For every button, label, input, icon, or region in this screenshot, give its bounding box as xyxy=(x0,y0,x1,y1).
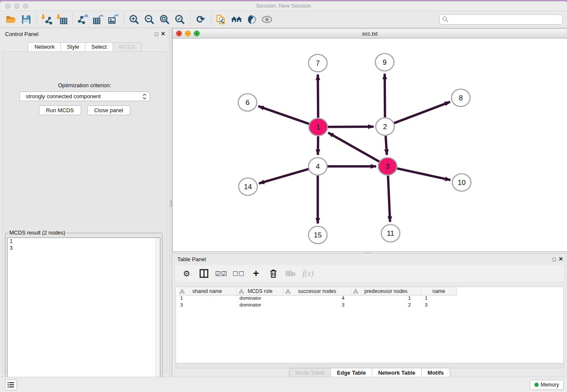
table-panel-header: Table Panel □ × xyxy=(172,254,567,265)
open-session-icon[interactable] xyxy=(4,13,18,26)
apply-style-icon[interactable] xyxy=(245,13,259,26)
column-header[interactable]: name xyxy=(421,287,457,295)
column-header[interactable]: shared name xyxy=(178,287,237,295)
tab-motifs[interactable]: Motifs xyxy=(422,368,450,378)
table-panel-title: Table Panel xyxy=(177,256,206,262)
float-panel-icon[interactable]: □ xyxy=(155,31,158,37)
home-icon[interactable] xyxy=(230,13,243,26)
tab-node-table[interactable]: Node Table xyxy=(289,368,331,378)
node-label: 9 xyxy=(383,58,386,66)
cell[interactable]: 1 xyxy=(351,295,421,302)
export-network-icon[interactable] xyxy=(76,13,90,26)
tab-network-table[interactable]: Network Table xyxy=(372,368,422,378)
cell[interactable]: 1 xyxy=(178,295,237,302)
tab-mcds[interactable]: MCDS xyxy=(113,42,141,51)
edge-3-11[interactable] xyxy=(388,176,390,222)
column-header[interactable]: MCDS role xyxy=(237,287,284,295)
import-network-icon[interactable] xyxy=(40,13,54,26)
edge-2-9[interactable] xyxy=(385,74,385,117)
fx-label: f(x) xyxy=(303,269,314,278)
cell[interactable]: dominator xyxy=(237,295,284,302)
function-builder-icon[interactable]: f(x) xyxy=(303,268,313,279)
node-label: 15 xyxy=(314,231,322,239)
toolbar-separator xyxy=(190,13,190,26)
control-panel-tabs: Network Style Select MCDS xyxy=(0,42,169,51)
edge-3-1[interactable] xyxy=(328,133,379,162)
network-canvas[interactable]: 7968124314101511 xyxy=(173,39,567,251)
mcds-result-group: MCDS result (2 nodes) 1 3 xyxy=(5,233,162,392)
splitter-grip[interactable] xyxy=(170,200,172,207)
task-history-button[interactable] xyxy=(5,379,17,390)
cell[interactable]: dominator xyxy=(237,302,284,309)
select-all-columns-icon[interactable]: ☑☑ xyxy=(216,268,226,279)
add-column-icon[interactable]: + xyxy=(251,268,261,279)
zoom-selected-icon[interactable] xyxy=(173,13,187,26)
memory-button[interactable]: Memory xyxy=(530,380,564,390)
import-table-icon[interactable] xyxy=(55,13,69,26)
status-bar: Memory xyxy=(0,377,567,392)
cell[interactable]: 2 xyxy=(351,302,421,309)
float-panel-icon[interactable]: □ xyxy=(553,257,556,262)
tab-network[interactable]: Network xyxy=(28,42,61,51)
vertical-splitter[interactable] xyxy=(169,28,172,377)
export-table-icon[interactable] xyxy=(91,13,105,26)
deselect-all-columns-icon[interactable]: ☐☐ xyxy=(234,268,244,279)
zoom-in-icon[interactable] xyxy=(127,13,141,26)
close-panel-icon[interactable]: × xyxy=(161,30,165,37)
table-row[interactable]: 3 dominator 3 2 3 xyxy=(178,302,457,309)
node-label: 6 xyxy=(245,99,249,107)
cell[interactable]: 3 xyxy=(421,302,457,309)
control-panel-header: Control Panel □ × xyxy=(0,28,169,39)
delete-table-icon[interactable] xyxy=(286,268,296,279)
column-header[interactable]: successor nodes xyxy=(284,287,351,295)
result-line: 3 xyxy=(8,245,160,251)
mcds-result-title: MCDS result (2 nodes) xyxy=(8,229,66,236)
application: Session: New Session xyxy=(0,0,567,392)
delete-column-icon[interactable] xyxy=(268,268,278,279)
result-scrollbar[interactable] xyxy=(155,238,160,392)
tab-select[interactable]: Select xyxy=(85,42,113,51)
node-label: 11 xyxy=(387,229,394,237)
network-window-titlebar[interactable]: × − + scc.txt xyxy=(173,29,567,39)
node-label: 8 xyxy=(459,94,462,102)
tab-edge-table[interactable]: Edge Table xyxy=(331,368,372,378)
edge-1-7[interactable] xyxy=(318,75,318,118)
node-label: 10 xyxy=(458,179,466,187)
table-header-row: shared name MCDS role successor nodes pr… xyxy=(178,287,457,295)
cell[interactable]: 3 xyxy=(284,302,351,309)
search-icon xyxy=(442,16,449,24)
edge-2-8[interactable] xyxy=(394,102,450,124)
zoom-out-icon[interactable] xyxy=(143,13,156,26)
edge-4-14[interactable] xyxy=(259,169,309,183)
column-header[interactable]: predecessor nodes xyxy=(351,287,421,295)
toolbar-separator xyxy=(72,13,73,26)
cell[interactable]: 3 xyxy=(178,302,237,309)
toolbar-separator xyxy=(124,13,124,26)
run-mcds-button[interactable]: Run MCDS xyxy=(39,105,81,115)
table-row[interactable]: 1 dominator 4 1 1 xyxy=(178,295,457,302)
edge-1-2[interactable] xyxy=(328,127,374,127)
refresh-icon[interactable]: ⟳ xyxy=(194,13,207,26)
show-columns-icon[interactable] xyxy=(199,268,209,279)
close-panel-icon[interactable]: × xyxy=(559,256,563,262)
export-image-icon[interactable] xyxy=(107,13,120,26)
cell[interactable]: 1 xyxy=(421,295,457,302)
network-graph[interactable]: 7968124314101511 xyxy=(173,39,567,252)
clone-network-icon[interactable] xyxy=(215,13,228,26)
node-label: 1 xyxy=(316,123,320,131)
edge-1-6[interactable] xyxy=(259,106,310,124)
edge-3-10[interactable] xyxy=(396,168,450,180)
network-title: scc.txt xyxy=(173,30,567,37)
close-panel-button[interactable]: Close panel xyxy=(87,105,131,115)
mcds-result-textarea[interactable]: 1 3 xyxy=(7,237,160,392)
search-input[interactable] xyxy=(439,14,563,25)
tab-style[interactable]: Style xyxy=(61,42,85,51)
eye-icon[interactable] xyxy=(260,13,274,26)
save-session-icon[interactable] xyxy=(19,13,33,26)
table-options-icon[interactable]: ⚙ xyxy=(182,268,192,279)
node-table: shared name MCDS role successor nodes pr… xyxy=(176,287,564,363)
zoom-fit-icon[interactable] xyxy=(158,13,171,26)
cell[interactable]: 4 xyxy=(284,295,351,302)
edge-2-3[interactable] xyxy=(385,136,387,155)
criterion-select[interactable]: strongly connected component xyxy=(19,91,150,101)
